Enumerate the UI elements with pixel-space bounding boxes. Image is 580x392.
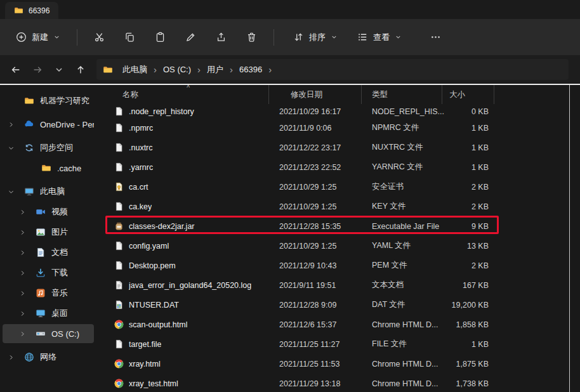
sort-button[interactable]: 排序 bbox=[286, 27, 345, 48]
sidebar-item-desktop[interactable]: 桌面 bbox=[3, 304, 94, 323]
column-header-type[interactable]: 类型 bbox=[362, 85, 442, 104]
chevron-right-icon[interactable] bbox=[18, 289, 27, 297]
column-header-label: 修改日期 bbox=[291, 89, 322, 100]
sidebar-item-pictures[interactable]: 图片 bbox=[3, 223, 94, 242]
ellipsis-icon bbox=[430, 32, 441, 42]
file-row[interactable]: classes-dex2jar.jar2021/12/28 15:35Execu… bbox=[108, 216, 580, 236]
navigation-bar: 此电脑›OS (C:)›用户›66396› bbox=[0, 55, 580, 85]
file-row[interactable]: target.file2021/11/25 11:27FILE 文件1 KB bbox=[108, 334, 580, 354]
delete-button[interactable] bbox=[239, 27, 264, 48]
file-row[interactable]: .node_repl_history2021/10/29 16:17NODE_R… bbox=[108, 104, 580, 118]
chevron-right-icon[interactable] bbox=[6, 353, 15, 361]
address-bar[interactable]: 此电脑›OS (C:)›用户›66396› bbox=[96, 59, 569, 80]
rename-button[interactable] bbox=[178, 27, 203, 48]
breadcrumb-item[interactable]: 用户 bbox=[202, 62, 228, 77]
sync-icon bbox=[24, 143, 34, 153]
file-name: NTUSER.DAT bbox=[129, 301, 179, 310]
file-row[interactable]: ca.crt2021/10/29 1:25安全证书2 KB bbox=[108, 177, 580, 197]
chevron-right-icon[interactable] bbox=[18, 228, 27, 236]
file-row[interactable]: xray.html2021/11/25 11:53Chrome HTML D..… bbox=[108, 354, 580, 374]
column-header-name[interactable]: 名称^ bbox=[108, 85, 269, 104]
sidebar-item-label: 下载 bbox=[51, 267, 68, 278]
paste-button[interactable] bbox=[148, 27, 173, 48]
chevron-down-icon[interactable] bbox=[6, 188, 15, 195]
file-row[interactable]: xray_test.html2021/11/29 13:18Chrome HTM… bbox=[108, 374, 580, 392]
file-row[interactable]: NTUSER.DAT2021/12/28 9:09DAT 文件19,200 KB bbox=[108, 295, 580, 315]
chevron-right-icon[interactable] bbox=[18, 249, 27, 256]
sidebar-item-ml-research[interactable]: 机器学习研究 bbox=[3, 91, 94, 110]
chevron-right-icon[interactable]: › bbox=[152, 64, 159, 75]
sidebar-item-this-pc[interactable]: 此电脑 bbox=[3, 182, 94, 201]
breadcrumb-item[interactable]: 此电脑 bbox=[118, 62, 152, 77]
chrome-file-icon bbox=[114, 320, 124, 329]
title-bar: 66396 bbox=[0, 0, 580, 19]
chevron-right-icon[interactable] bbox=[18, 208, 27, 216]
new-button[interactable]: 新建 bbox=[9, 27, 67, 48]
copy-button[interactable] bbox=[117, 27, 142, 48]
up-button[interactable] bbox=[70, 60, 91, 80]
file-size: 1,858 KB bbox=[442, 315, 494, 334]
file-type: Chrome HTML D... bbox=[362, 374, 442, 392]
breadcrumb-item[interactable]: OS (C:) bbox=[159, 63, 195, 76]
rename-icon bbox=[185, 32, 196, 42]
file-row[interactable]: ca.key2021/10/29 1:25KEY 文件2 KB bbox=[108, 197, 580, 216]
file-size: 1 KB bbox=[442, 118, 494, 138]
chevron-right-icon[interactable]: › bbox=[267, 64, 274, 75]
share-button[interactable] bbox=[209, 27, 234, 48]
ntuser-file-icon bbox=[114, 300, 124, 310]
desktop-icon bbox=[36, 308, 46, 318]
sidebar-item-sync-space[interactable]: 同步空间 bbox=[3, 138, 94, 157]
view-button[interactable]: 查看 bbox=[350, 27, 409, 48]
file-name: ca.key bbox=[129, 202, 152, 211]
file-row[interactable]: config.yaml2021/10/29 1:25YAML 文件13 KB bbox=[108, 236, 580, 256]
toolbar-separator bbox=[274, 29, 274, 46]
sidebar-item-videos[interactable]: 视频 bbox=[3, 202, 94, 221]
sidebar-item-music[interactable]: 音乐 bbox=[3, 284, 94, 303]
column-header-size[interactable]: 大小 bbox=[442, 85, 494, 104]
arrow-up-icon bbox=[76, 65, 86, 75]
chevron-right-icon[interactable]: › bbox=[195, 64, 202, 75]
cut-button[interactable] bbox=[87, 27, 112, 48]
chevron-down-icon[interactable] bbox=[6, 144, 15, 152]
sidebar-item-onedrive[interactable]: OneDrive - Per bbox=[3, 115, 94, 134]
sidebar-item-network[interactable]: 网络 bbox=[3, 348, 94, 367]
sidebar-item-documents[interactable]: 文档 bbox=[3, 243, 94, 262]
chevron-right-icon[interactable] bbox=[18, 269, 27, 277]
file-type: 文本文档 bbox=[362, 275, 442, 295]
file-file-icon bbox=[114, 202, 124, 211]
breadcrumb: 此电脑›OS (C:)›用户›66396› bbox=[118, 62, 274, 77]
file-type: Chrome HTML D... bbox=[362, 315, 442, 334]
chevron-right-icon[interactable]: › bbox=[228, 64, 235, 75]
file-type: NODE_REPL_HIS... bbox=[362, 104, 442, 118]
breadcrumb-item[interactable]: 66396 bbox=[235, 63, 267, 76]
sidebar-item-downloads[interactable]: 下载 bbox=[3, 263, 94, 282]
back-button[interactable] bbox=[6, 60, 26, 80]
scrollbar-track[interactable] bbox=[569, 85, 570, 392]
file-row[interactable]: .nuxtrc2021/12/22 23:17NUXTRC 文件1 KB bbox=[108, 138, 580, 157]
file-row[interactable]: scan-output.html2021/12/6 15:37Chrome HT… bbox=[108, 315, 580, 334]
file-row[interactable]: java_error_in_goland64_20520.log2021/9/1… bbox=[108, 275, 580, 295]
recent-locations-button[interactable] bbox=[49, 60, 69, 80]
sidebar-item-cache[interactable]: .cache bbox=[3, 159, 94, 178]
file-row[interactable]: .yarnrc2021/12/23 22:52YARNRC 文件1 KB bbox=[108, 157, 580, 177]
file-row[interactable]: Desktop.pem2021/12/9 10:43PEM 文件2 KB bbox=[108, 256, 580, 275]
chevron-right-icon[interactable] bbox=[6, 121, 15, 128]
file-date: 2021/12/28 9:09 bbox=[269, 295, 362, 315]
sidebar-item-label: OneDrive - Per bbox=[40, 120, 94, 129]
file-name: .npmrc bbox=[129, 124, 153, 133]
chrome-file-icon bbox=[114, 359, 124, 369]
tab-title: 66396 bbox=[29, 6, 49, 15]
file-name: Desktop.pem bbox=[129, 261, 176, 270]
chevron-right-icon[interactable] bbox=[18, 310, 27, 317]
forward-button[interactable] bbox=[27, 60, 48, 80]
more-button[interactable] bbox=[423, 27, 448, 48]
sidebar-item-os-c[interactable]: OS (C:) bbox=[3, 324, 94, 343]
file-file-icon bbox=[114, 162, 124, 172]
file-row[interactable]: .npmrc2021/11/9 0:06NPMRC 文件1 KB bbox=[108, 118, 580, 138]
column-header-date[interactable]: 修改日期 bbox=[269, 85, 362, 104]
file-name: classes-dex2jar.jar bbox=[129, 222, 195, 231]
folder-icon bbox=[103, 65, 113, 75]
explorer-tab[interactable]: 66396 bbox=[5, 2, 58, 19]
chevron-right-icon[interactable] bbox=[18, 330, 27, 337]
share-icon bbox=[216, 32, 227, 42]
